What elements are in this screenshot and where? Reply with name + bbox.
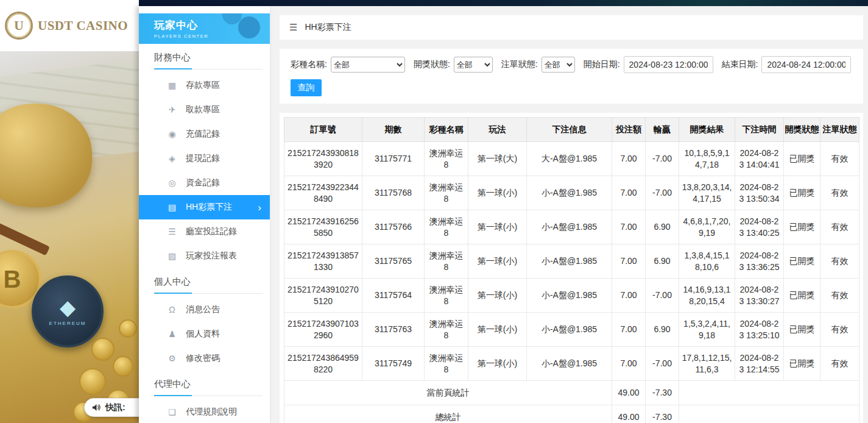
period-cell: 31175771 (362, 142, 425, 176)
sidebar-item-withdraw[interactable]: ✈ 取款專區 (139, 98, 270, 122)
players-center-title: 玩家中心 (154, 18, 270, 32)
bets-table: 訂單號 期數 彩種名稱 玩法 下注信息 投注額 輸贏 開獎結果 下注時間 開獎狀… (284, 117, 859, 423)
brand-bar: U USDT CASINO (0, 0, 139, 51)
lottery-cell: 澳洲幸运8 (425, 210, 468, 244)
play-cell: 第一球(小) (468, 210, 527, 244)
table-row: 2152172439308183920 31175771 澳洲幸运8 第一球(大… (284, 142, 859, 176)
winloss-cell: 6.90 (646, 244, 679, 279)
room-bet-records-icon: ☰ (167, 227, 177, 236)
sidebar-item-deposit[interactable]: ▦ 存款專區 (139, 73, 270, 98)
lottery-cell: 澳洲幸运8 (425, 347, 468, 381)
winloss-cell: -7.00 (646, 279, 679, 313)
end-date-input[interactable] (761, 56, 851, 73)
bet-status-cell: 有效 (820, 347, 859, 381)
main-content: ☰ HH彩票下注 彩種名稱: 全部 開獎狀態: 全部 注單狀態: 全部 (270, 6, 868, 423)
period-cell: 31175766 (362, 210, 425, 244)
time-cell: 2024-08-23 13:50:34 (735, 176, 784, 210)
sidebar-item-recharge-records[interactable]: ◉ 充值記錄 (139, 122, 270, 146)
result-cell: 14,16,9,13,18,20,15,4 (679, 279, 735, 313)
table-row: 2152172439162565850 31175766 澳洲幸运8 第一球(小… (284, 210, 859, 244)
result-cell: 10,1,8,5,9,14,7,18 (679, 142, 735, 176)
amount-cell: 7.00 (612, 142, 646, 176)
order-cell: 2152172439308183920 (284, 142, 362, 176)
result-cell: 1,3,8,4,15,18,10,6 (679, 244, 735, 279)
funds-record-icon: ◎ (167, 178, 177, 188)
header-draw-status: 開獎狀態 (784, 118, 820, 142)
sidebar-item-player-bet-report[interactable]: ▨ 玩家投注報表 (139, 244, 270, 268)
lottery-filter-label: 彩種名稱: (291, 59, 327, 70)
gold-coin-decor (91, 338, 115, 361)
result-cell: 1,5,3,2,4,11,9,18 (679, 313, 735, 347)
bet-status-cell: 有效 (820, 244, 859, 279)
header-time: 下注時間 (735, 118, 784, 142)
draw-status-select[interactable]: 全部 (454, 57, 493, 73)
lottery-cell: 澳洲幸运8 (425, 142, 468, 176)
sidebar-item-agent-rules[interactable]: ❏ 代理規則說明 (139, 400, 270, 423)
header-bet-info: 下注信息 (527, 118, 612, 142)
draw-status-cell: 已開獎 (784, 142, 820, 176)
amount-cell: 7.00 (612, 244, 646, 279)
sidebar-item-label: 存款專區 (186, 80, 220, 91)
end-date-label: 結束日期: (722, 59, 758, 70)
page-summary-winloss: -7.30 (646, 381, 679, 405)
ethereum-label: ETHEREUM (49, 321, 86, 326)
period-cell: 31175765 (362, 244, 425, 279)
bet-info-cell: 小-A盤@1.985 (527, 244, 612, 279)
table-row: 2152172439223448490 31175768 澳洲幸运8 第一球(小… (284, 176, 859, 210)
header-lottery: 彩種名稱 (425, 118, 468, 142)
filter-row: 彩種名稱: 全部 開獎狀態: 全部 注單狀態: 全部 開始日期: (291, 56, 852, 73)
winloss-cell: 6.90 (646, 313, 679, 347)
period-cell: 31175764 (362, 279, 425, 313)
lottery-cell: 澳洲幸运8 (425, 244, 468, 279)
sidebar-item-label: 修改密碼 (186, 353, 220, 364)
players-center-subtitle: PLAYERS CENTER (154, 34, 270, 39)
result-cell: 4,6,8,1,7,20,9,19 (679, 210, 735, 244)
sidebar-item-hh-lottery-bets[interactable]: ▤ HH彩票下注 › (139, 195, 270, 219)
draw-status-cell: 已開獎 (784, 347, 820, 381)
time-cell: 2024-08-23 13:40:25 (735, 210, 784, 244)
bet-status-cell: 有效 (820, 210, 859, 244)
total-summary-label: 總統計 (284, 405, 612, 423)
winloss-cell: -7.00 (646, 176, 679, 210)
sidebar-item-label: 廳室投註記錄 (186, 226, 237, 237)
chevron-right-icon: › (258, 202, 261, 213)
sidebar-item-room-bet-records[interactable]: ☰ 廳室投註記錄 (139, 219, 270, 244)
time-cell: 2024-08-23 13:30:27 (735, 279, 784, 313)
section-title-personal: 個人中心 (154, 268, 263, 294)
order-cell: 2152172439138571330 (284, 244, 362, 279)
sidebar-item-change-password[interactable]: ⚙ 修改密碼 (139, 346, 270, 371)
speaker-icon (92, 403, 101, 412)
sidebar-item-profile[interactable]: ♟ 個人資料 (139, 322, 270, 346)
left-promo-panel: U USDT CASINO B ◆ ETHEREUM 快訊: (0, 0, 139, 423)
lottery-cell: 澳洲幸运8 (425, 176, 468, 210)
bet-status-select[interactable]: 全部 (542, 57, 575, 73)
header-order: 訂單號 (284, 118, 362, 142)
start-date-input[interactable] (624, 56, 713, 73)
lottery-bet-icon: ▤ (167, 202, 177, 212)
table-row: 2152172439102705120 31175764 澳洲幸运8 第一球(小… (284, 279, 859, 313)
query-button[interactable]: 查詢 (291, 79, 322, 96)
result-cell: 13,8,20,3,14,4,17,15 (679, 176, 735, 210)
sidebar-item-fund-records[interactable]: ◎ 資金記錄 (139, 171, 270, 195)
bet-status-cell: 有效 (820, 313, 859, 347)
deposit-icon: ▦ (167, 80, 177, 90)
sidebar-item-label: 資金記錄 (186, 177, 220, 188)
quick-news-button[interactable]: 快訊: (84, 398, 139, 417)
time-cell: 2024-08-23 13:25:10 (735, 313, 784, 347)
sidebar-item-announcements[interactable]: Ω 消息公告 (139, 297, 270, 322)
player-bet-report-icon: ▨ (167, 251, 177, 261)
draw-status-filter-label: 開獎狀態: (414, 59, 450, 70)
header-play: 玩法 (468, 118, 527, 142)
lottery-select[interactable]: 全部 (331, 57, 405, 73)
recharge-record-icon: ◉ (167, 129, 177, 139)
page-summary-amount: 49.00 (612, 381, 646, 405)
period-cell: 31175768 (362, 176, 425, 210)
sidebar-item-withdrawal-records[interactable]: ◈ 提現記錄 (139, 146, 270, 171)
bet-info-cell: 大-A盤@1.985 (527, 142, 612, 176)
menu-toggle-icon[interactable]: ☰ (289, 22, 297, 33)
play-cell: 第一球(小) (468, 279, 527, 313)
withdraw-icon: ✈ (167, 105, 177, 115)
breadcrumb-bar: ☰ HH彩票下注 (280, 15, 863, 40)
agent-rules-icon: ❏ (167, 407, 177, 417)
header-amount: 投注額 (612, 118, 646, 142)
